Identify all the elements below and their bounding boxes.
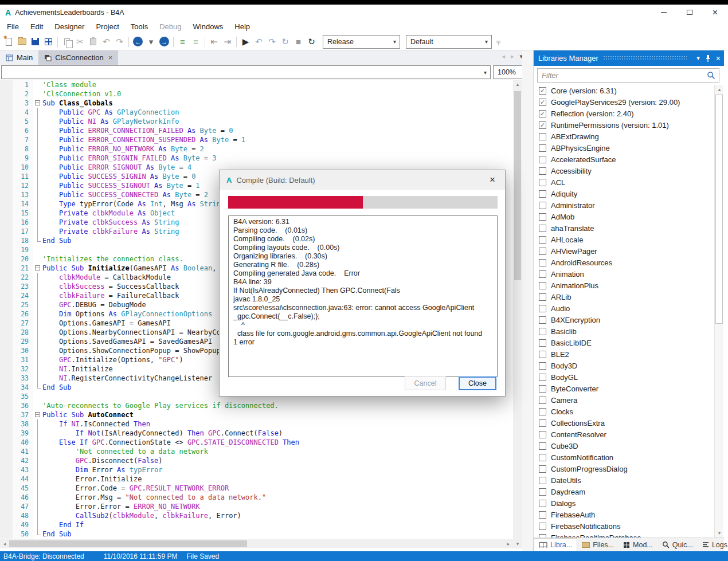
library-checkbox[interactable]	[539, 213, 546, 221]
tab-clsconnection[interactable]: ClsConnection ×	[38, 50, 118, 65]
library-item[interactable]: BodyGL	[534, 371, 715, 383]
menu-edit[interactable]: Edit	[25, 21, 49, 33]
navigate-back-icon[interactable]: ←	[131, 35, 144, 48]
scroll-tabs-right-icon[interactable]: ▸	[511, 53, 514, 60]
tab-main[interactable]: Main	[0, 50, 38, 65]
library-checkbox[interactable]	[539, 408, 546, 415]
library-item[interactable]: Dialogs	[534, 497, 715, 509]
close-panel-icon[interactable]: ×	[716, 54, 721, 63]
library-checkbox[interactable]: ✓	[539, 99, 546, 106]
library-item[interactable]: AHViewPager	[534, 245, 715, 257]
library-list-scrollbar[interactable]: ▴ ▾	[714, 85, 723, 538]
menu-windows[interactable]: Windows	[187, 21, 229, 33]
library-checkbox[interactable]: ✓	[539, 87, 546, 95]
resume-icon[interactable]: ↶	[252, 35, 265, 48]
library-item[interactable]: FirebaseRealtimeDatabase	[534, 532, 715, 538]
library-item[interactable]: Clocks	[534, 406, 715, 417]
scroll-right-icon[interactable]: ▸	[504, 539, 513, 548]
library-item[interactable]: ✓Reflection (version: 2.40)	[534, 108, 715, 119]
library-item[interactable]: CustomProgressDialog	[534, 463, 715, 474]
cut-icon[interactable]: ✂	[73, 35, 87, 48]
library-item[interactable]: ahaTranslate	[534, 222, 715, 234]
new-project-icon[interactable]	[2, 35, 15, 48]
library-checkbox[interactable]	[539, 339, 546, 347]
undo-icon[interactable]: ↶	[100, 35, 113, 48]
redo-icon[interactable]: ↷	[113, 35, 126, 48]
build-mode-select[interactable]: Default ▾	[406, 35, 492, 49]
library-item[interactable]: CustomNotification	[534, 452, 715, 463]
indent-lines-icon[interactable]: ≡	[176, 35, 189, 48]
library-checkbox[interactable]	[539, 511, 546, 519]
panel-tab-files[interactable]: Files...	[577, 538, 619, 551]
library-item[interactable]: ABPhysicsEngine	[534, 142, 715, 154]
library-checkbox[interactable]	[539, 305, 546, 312]
library-item[interactable]: Basiclib	[534, 325, 715, 337]
fold-collapse-icon[interactable]: –	[33, 99, 42, 108]
scroll-left-icon[interactable]: ◂	[0, 539, 9, 548]
dialog-close-button[interactable]: Close	[459, 376, 496, 390]
library-checkbox[interactable]	[539, 477, 546, 484]
tab-close-icon[interactable]: ×	[108, 53, 113, 62]
library-list[interactable]: ✓Core (version: 6.31)✓GooglePlayServices…	[534, 85, 715, 538]
library-item[interactable]: Cube3D	[534, 440, 715, 452]
library-checkbox[interactable]	[539, 293, 546, 301]
step-into-icon[interactable]: ↷	[265, 35, 279, 48]
library-item[interactable]: ByteConverter	[534, 383, 715, 394]
library-checkbox[interactable]	[539, 419, 546, 427]
library-checkbox[interactable]	[539, 167, 546, 175]
editor-vertical-scrollbar[interactable]: ▴ ▾	[513, 80, 522, 548]
library-item[interactable]: ✓RuntimePermissions (version: 1.01)	[534, 119, 715, 131]
clean-project-icon[interactable]: ↻	[305, 35, 318, 48]
panel-tab-quick-search[interactable]: Quic...	[657, 538, 698, 551]
library-item[interactable]: CollectionsExtra	[534, 417, 715, 429]
editor-horizontal-scrollbar[interactable]: ◂ ▸	[0, 539, 513, 548]
library-item[interactable]: B4XEncryption	[534, 314, 715, 325]
library-checkbox[interactable]: ✓	[539, 121, 546, 129]
library-checkbox[interactable]	[539, 202, 546, 209]
fold-collapse-icon[interactable]: –	[33, 264, 42, 273]
menu-help[interactable]: Help	[229, 21, 256, 33]
library-checkbox[interactable]	[539, 500, 546, 507]
scrollbar-thumb[interactable]	[715, 95, 723, 324]
save-icon[interactable]	[29, 35, 42, 48]
library-checkbox[interactable]	[539, 259, 546, 266]
outdent-lines-icon[interactable]: ≡	[189, 35, 202, 48]
library-item[interactable]: ACL	[534, 176, 715, 188]
library-checkbox[interactable]	[539, 316, 546, 324]
library-checkbox[interactable]	[539, 236, 546, 244]
paste-icon[interactable]	[87, 35, 100, 48]
library-item[interactable]: BLE2	[534, 348, 715, 360]
library-item[interactable]: ARLib	[534, 291, 715, 303]
comment-icon[interactable]: ⇤	[208, 35, 221, 48]
search-icon[interactable]	[707, 71, 715, 80]
package-icon[interactable]	[42, 35, 55, 48]
library-item[interactable]: BasicLibIDE	[534, 337, 715, 348]
library-checkbox[interactable]	[539, 270, 546, 278]
build-configuration-select[interactable]: Release ▾	[323, 35, 400, 49]
library-item[interactable]: FirebaseNotifications	[534, 520, 715, 532]
menu-project[interactable]: Project	[90, 21, 124, 33]
step-over-icon[interactable]: ↻	[279, 35, 292, 48]
minimize-button[interactable]	[651, 5, 676, 20]
library-item[interactable]: Camera	[534, 394, 715, 406]
library-checkbox[interactable]	[539, 248, 546, 255]
library-checkbox[interactable]	[539, 328, 546, 335]
member-selector[interactable]: ▾	[1, 65, 491, 79]
library-item[interactable]: ABExtDrawing	[534, 131, 715, 142]
uncomment-icon[interactable]: ⇥	[221, 35, 234, 48]
library-checkbox[interactable]	[539, 144, 546, 152]
stop-icon[interactable]: ■	[292, 35, 305, 48]
library-item[interactable]: Administrator	[534, 199, 715, 211]
library-checkbox[interactable]	[539, 133, 546, 140]
library-item[interactable]: ✓Core (version: 6.31)	[534, 85, 715, 96]
navigate-forward-icon[interactable]: →	[158, 35, 171, 48]
open-project-icon[interactable]	[15, 35, 29, 48]
fold-collapse-icon[interactable]: –	[33, 410, 42, 419]
library-item[interactable]: DateUtils	[534, 474, 715, 486]
library-item[interactable]: Animation	[534, 268, 715, 280]
library-checkbox[interactable]	[539, 523, 546, 530]
library-checkbox[interactable]	[539, 362, 546, 370]
dialog-close-icon[interactable]: ×	[480, 174, 505, 186]
library-item[interactable]: ✓GooglePlayServices29 (version: 29.00)	[534, 96, 715, 108]
library-item[interactable]: AndroidResources	[534, 257, 715, 268]
